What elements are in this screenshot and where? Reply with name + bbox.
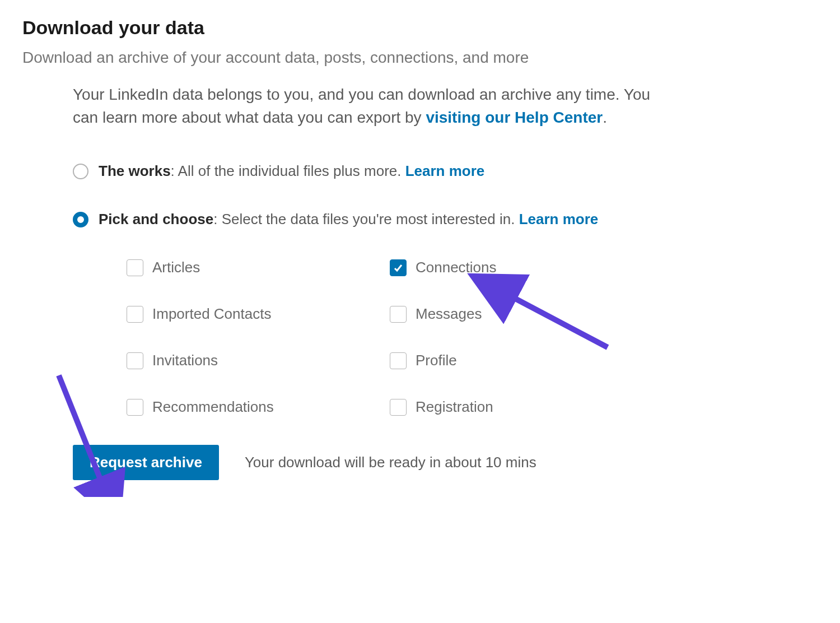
checkbox-icon[interactable] bbox=[390, 399, 407, 416]
checkbox-icon[interactable] bbox=[390, 259, 407, 276]
checkbox-icon[interactable] bbox=[127, 399, 143, 416]
checkbox-item-connections[interactable]: Connections bbox=[390, 259, 653, 276]
page-subtitle: Download an archive of your account data… bbox=[22, 49, 818, 67]
radio-desc-pick-and-choose: : Select the data files you're most inte… bbox=[213, 211, 519, 227]
checkbox-label: Connections bbox=[416, 259, 497, 276]
radio-option-the-works[interactable]: The works: All of the individual files p… bbox=[73, 162, 666, 180]
checkbox-label: Messages bbox=[416, 305, 482, 323]
learn-more-the-works[interactable]: Learn more bbox=[405, 162, 485, 179]
help-center-link[interactable]: visiting our Help Center bbox=[426, 109, 603, 126]
checkbox-item-imported-contacts[interactable]: Imported Contacts bbox=[127, 305, 390, 323]
footer-row: Request archive Your download will be re… bbox=[73, 445, 666, 480]
checkbox-grid: Articles Connections Imported Contacts M… bbox=[127, 259, 666, 416]
checkbox-label: Articles bbox=[152, 259, 200, 276]
checkbox-item-registration[interactable]: Registration bbox=[390, 398, 653, 416]
checkbox-label: Recommendations bbox=[152, 398, 274, 416]
radio-title-pick-and-choose: Pick and choose bbox=[99, 211, 213, 227]
download-status-text: Your download will be ready in about 10 … bbox=[245, 454, 536, 471]
checkbox-item-messages[interactable]: Messages bbox=[390, 305, 653, 323]
checkbox-item-profile[interactable]: Profile bbox=[390, 352, 653, 369]
intro-text: Your LinkedIn data belongs to you, and y… bbox=[73, 83, 666, 129]
intro-part2: . bbox=[603, 109, 607, 126]
checkbox-icon[interactable] bbox=[390, 306, 407, 323]
checkbox-label: Registration bbox=[416, 398, 493, 416]
radio-icon-pick-and-choose[interactable] bbox=[73, 212, 88, 227]
radio-option-pick-and-choose[interactable]: Pick and choose: Select the data files y… bbox=[73, 211, 666, 228]
checkbox-item-recommendations[interactable]: Recommendations bbox=[127, 398, 390, 416]
checkbox-label: Invitations bbox=[152, 352, 218, 369]
checkbox-icon[interactable] bbox=[390, 352, 407, 369]
checkbox-label: Imported Contacts bbox=[152, 305, 271, 323]
check-icon bbox=[393, 262, 404, 273]
checkbox-label: Profile bbox=[416, 352, 457, 369]
learn-more-pick-and-choose[interactable]: Learn more bbox=[519, 211, 599, 227]
checkbox-item-invitations[interactable]: Invitations bbox=[127, 352, 390, 369]
radio-title-the-works: The works bbox=[99, 162, 171, 179]
page-title: Download your data bbox=[22, 17, 818, 39]
checkbox-icon[interactable] bbox=[127, 352, 143, 369]
checkbox-icon[interactable] bbox=[127, 259, 143, 276]
checkbox-item-articles[interactable]: Articles bbox=[127, 259, 390, 276]
radio-desc-the-works: : All of the individual files plus more. bbox=[171, 162, 405, 179]
checkbox-icon[interactable] bbox=[127, 306, 143, 323]
radio-icon-the-works[interactable] bbox=[73, 164, 88, 179]
request-archive-button[interactable]: Request archive bbox=[73, 445, 219, 480]
